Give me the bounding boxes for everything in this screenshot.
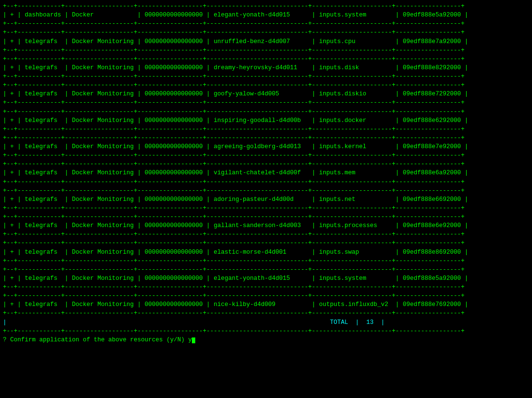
total-row: | TOTAL | 13 | (3, 318, 529, 327)
terminal: +--+------------+-------------------+---… (0, 0, 532, 398)
cursor (192, 337, 195, 343)
prompt-line[interactable]: ? Confirm application of the above resou… (3, 336, 529, 344)
